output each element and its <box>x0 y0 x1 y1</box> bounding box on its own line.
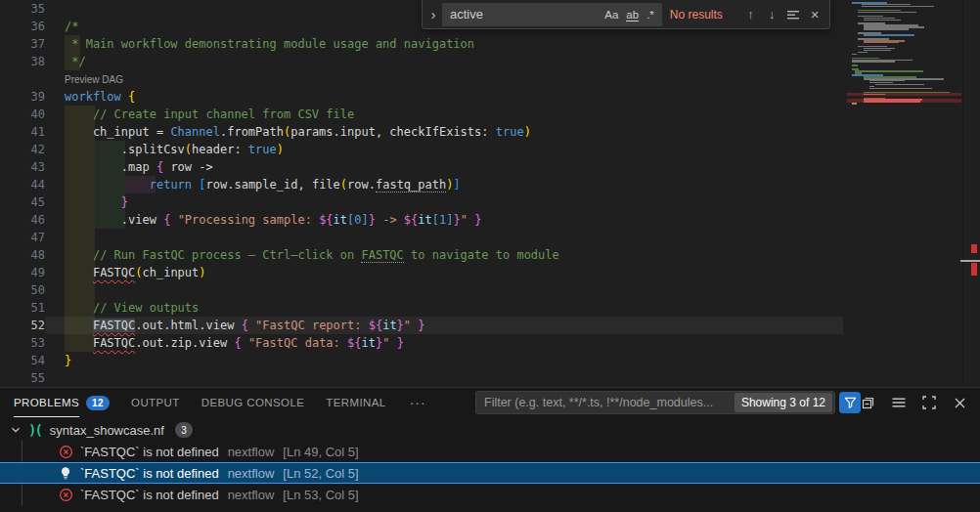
lightbulb-icon <box>58 465 73 481</box>
chevron-down-icon[interactable] <box>8 422 23 438</box>
code-line-45[interactable]: } <box>65 193 128 211</box>
find-next-button[interactable]: ↓ <box>761 4 782 25</box>
find-close-button[interactable]: × <box>804 4 825 25</box>
problems-filter-input[interactable] <box>476 396 735 409</box>
line-number-37: 37 <box>0 35 45 53</box>
minimap-line <box>864 28 909 30</box>
minimap-line <box>864 42 899 44</box>
problem-message: `FASTQC` is not defined <box>80 445 219 459</box>
toggle-replace-chevron-icon[interactable]: › <box>426 0 440 28</box>
view-as-table-icon <box>891 395 907 410</box>
line-number-44: 44 <box>0 176 45 193</box>
match-case-button[interactable]: Aa <box>601 8 622 21</box>
minimap-line <box>862 6 934 8</box>
close-panel-button[interactable] <box>949 392 970 413</box>
minimap-line <box>864 20 901 21</box>
find-query-text[interactable]: active <box>450 7 601 21</box>
problem-message: `FASTQC` is not defined <box>80 466 219 481</box>
minimap-line <box>858 52 868 54</box>
line-number-53: 53 <box>0 334 45 352</box>
code-line-36[interactable]: /* <box>65 18 78 35</box>
problems-file-name: syntax_showcase.nf <box>50 423 164 438</box>
code-line-43[interactable]: .map { row -> <box>65 158 213 176</box>
problems-count-badge: 12 <box>86 396 110 410</box>
line-number-43: 43 <box>0 158 45 176</box>
indent-rainbow-band <box>65 281 95 299</box>
line-number-51: 51 <box>0 299 45 317</box>
code-line-42[interactable]: .splitCsv(header: true) <box>65 141 284 158</box>
code-line-38[interactable]: */ <box>65 53 86 70</box>
code-line-54[interactable]: } <box>65 352 71 369</box>
showing-count-badge: Showing 3 of 12 <box>735 393 832 412</box>
find-widget: › active Aa ab .* No results ↑ ↓ × <box>422 0 830 29</box>
minimap-line <box>864 101 920 103</box>
close-panel-icon <box>953 396 967 410</box>
find-input[interactable]: active Aa ab .* <box>442 3 662 26</box>
line-number-41: 41 <box>0 123 45 141</box>
line-number-47: 47 <box>0 229 45 246</box>
view-as-table-button[interactable] <box>888 392 910 413</box>
line-number-48: 48 <box>0 246 45 264</box>
code-line-39[interactable]: workflow { <box>65 88 135 106</box>
maximize-panel-icon <box>921 395 937 410</box>
collapse-all-button[interactable] <box>858 392 879 413</box>
problem-source: nextflow <box>228 445 275 459</box>
tab-debug-console[interactable]: DEBUG CONSOLE <box>201 388 305 417</box>
error-word: FASTQC <box>93 319 135 332</box>
find-in-selection-button[interactable] <box>782 4 804 25</box>
overview-ruler <box>962 0 980 387</box>
maximize-panel-button[interactable] <box>918 392 940 413</box>
line-number-40: 40 <box>0 106 45 123</box>
more-views-button[interactable]: ··· <box>410 395 426 410</box>
panel-actions <box>858 392 970 413</box>
line-number-39: 39 <box>0 88 45 106</box>
error-icon <box>58 444 73 459</box>
problem-row-3[interactable]: `FASTQC` is not definednextflow[Ln 53, C… <box>0 484 980 505</box>
problems-tree: )(syntax_showcase.nf3`FASTQC` is not def… <box>0 419 980 505</box>
find-in-selection-icon <box>786 8 800 21</box>
minimap-line <box>852 61 895 63</box>
code-line-40[interactable]: // Create input channel from CSV file <box>65 106 354 123</box>
line-number-50: 50 <box>0 281 45 299</box>
problem-source: nextflow <box>228 466 275 481</box>
find-previous-button[interactable]: ↑ <box>739 4 761 25</box>
tab-terminal[interactable]: TERMINAL <box>326 388 385 417</box>
problems-file-row[interactable]: )(syntax_showcase.nf3 <box>0 419 980 441</box>
code-line-44[interactable]: return [row.sample_id, file(row.fastq_pa… <box>65 176 461 193</box>
code-line-51[interactable]: // View outputs <box>65 299 199 317</box>
minimap-line <box>864 34 914 36</box>
problem-row-1[interactable]: `FASTQC` is not definednextflow[Ln 49, C… <box>0 441 980 462</box>
whole-word-button[interactable]: ab <box>622 8 643 21</box>
line-number-49: 49 <box>0 264 45 281</box>
minimap-line <box>852 54 857 56</box>
code-line-46[interactable]: .view { "Processing sample: ${it[0]} -> … <box>65 211 481 229</box>
tab-output[interactable]: OUTPUT <box>131 388 180 417</box>
minimap-line <box>852 103 857 105</box>
collapse-all-icon <box>861 395 876 410</box>
minimap-line <box>869 88 932 90</box>
problem-source: nextflow <box>228 488 275 502</box>
line-number-55: 55 <box>0 369 45 387</box>
panel-tab-bar: PROBLEMS 12 OUTPUT DEBUG CONSOLE TERMINA… <box>0 388 980 417</box>
ruler-mark <box>971 263 977 276</box>
regex-button[interactable]: .* <box>643 8 658 21</box>
problem-location: [Ln 53, Col 5] <box>283 488 358 502</box>
find-results-label: No results <box>670 8 740 21</box>
ruler-mark <box>960 260 980 262</box>
tab-problems[interactable]: PROBLEMS 12 <box>14 388 110 417</box>
code-line-37[interactable]: * Main workflow demonstrating module usa… <box>65 35 474 53</box>
code-line-49[interactable]: FASTQC(ch_input) <box>65 264 206 281</box>
problems-filter: Showing 3 of 12 <box>475 391 835 414</box>
problem-row-2[interactable]: `FASTQC` is not definednextflow[Ln 52, C… <box>0 462 980 484</box>
code-line-53[interactable]: FASTQC.out.zip.view { "FastQC data: ${it… <box>65 334 404 352</box>
code-line-48[interactable]: // Run FastQC process – Ctrl–click on FA… <box>65 246 559 264</box>
minimap[interactable] <box>847 0 961 387</box>
codelens-preview-dag[interactable]: Preview DAG <box>65 70 123 88</box>
code-editor[interactable]: 3536373839404142434445464748495051525354… <box>0 0 980 387</box>
error-word: FASTQC <box>93 266 135 279</box>
problem-location: [Ln 49, Col 5] <box>283 445 358 459</box>
error-icon <box>58 487 73 502</box>
line-number-42: 42 <box>0 141 45 158</box>
code-line-41[interactable]: ch_input = Channel.fromPath(params.input… <box>65 123 531 141</box>
code-line-52[interactable]: FASTQC.out.html.view { "FastQC report: $… <box>65 317 425 334</box>
